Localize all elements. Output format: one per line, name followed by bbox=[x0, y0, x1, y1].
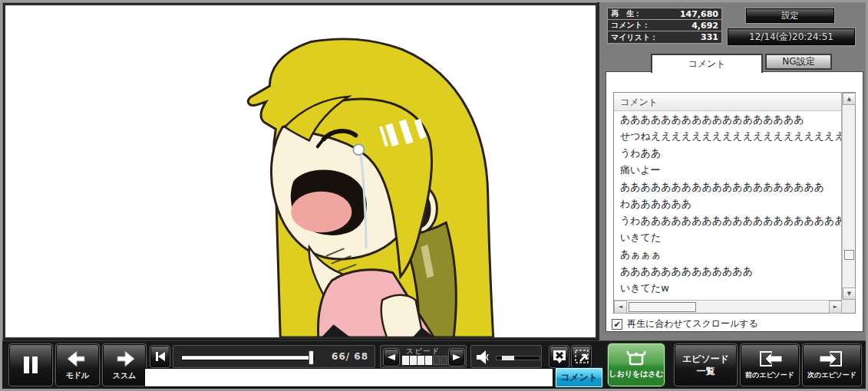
volume-track[interactable] bbox=[496, 356, 540, 360]
expand-icon bbox=[574, 349, 589, 364]
seek-bar[interactable]: 66/ 68 bbox=[173, 345, 375, 368]
episode-list-label-2: 一覧 bbox=[697, 366, 715, 376]
bookmark-button[interactable]: しおりをはさむ bbox=[607, 343, 665, 387]
seek-handle[interactable] bbox=[309, 350, 314, 365]
prev-episode-label: 前のエピソード bbox=[745, 370, 794, 380]
scroll-left-icon[interactable]: ◄ bbox=[614, 301, 627, 314]
comments-value: 4,692 bbox=[691, 21, 718, 31]
comment-row[interactable]: うわああ bbox=[614, 145, 841, 162]
scrollbar-corner bbox=[842, 300, 855, 313]
fullscreen-button[interactable] bbox=[571, 345, 592, 368]
player-window: 再 生： 147,680 コメント： 4,692 マイリスト： 331 設定 1… bbox=[0, 0, 868, 391]
stats-row-plays: 再 生： 147,680 bbox=[608, 8, 721, 20]
speed-up-icon bbox=[452, 353, 461, 361]
comment-row[interactable]: わああああああ bbox=[614, 196, 841, 212]
arrow-left-icon bbox=[66, 350, 89, 368]
scroll-down-icon[interactable]: ▼ bbox=[843, 288, 856, 300]
comment-off-icon bbox=[552, 349, 567, 364]
post-comment-button[interactable]: コメント bbox=[555, 367, 603, 388]
volume-control bbox=[470, 345, 542, 368]
anime-character-frame bbox=[5, 5, 596, 337]
step-back-label: モドル bbox=[66, 370, 90, 381]
comment-row[interactable]: いきてた bbox=[614, 229, 841, 246]
skip-start-icon bbox=[155, 352, 166, 361]
next-episode-button[interactable]: 次のエピソード bbox=[802, 343, 862, 386]
vertical-scroll-thumb[interactable] bbox=[844, 250, 854, 260]
prev-episode-icon bbox=[756, 350, 784, 369]
control-bar: モドル ススム 66/ 68 スピード bbox=[2, 340, 866, 389]
comment-row[interactable]: 痛いよー bbox=[614, 162, 841, 179]
prev-episode-button[interactable]: 前のエピソード bbox=[740, 343, 800, 386]
arrow-right-icon bbox=[113, 350, 136, 368]
mylist-value: 331 bbox=[701, 32, 718, 42]
bookmark-label: しおりをはさむ bbox=[609, 369, 664, 380]
autoscroll-label: 再生に合わせてスクロールする bbox=[627, 317, 758, 330]
comment-row[interactable]: うわああああああああああああああああああああああああ bbox=[614, 212, 841, 229]
autoscroll-checkbox[interactable]: ✔ bbox=[612, 319, 622, 330]
horizontal-scroll-thumb[interactable] bbox=[629, 302, 696, 312]
comment-panel: コメント ああああああああああああああああああ せつねえええええええええええええ… bbox=[606, 71, 863, 332]
pause-icon bbox=[21, 355, 41, 375]
tab-ng-settings[interactable]: NG設定 bbox=[765, 54, 832, 70]
comment-row[interactable]: せつねえええええええええええええええええええええええ bbox=[614, 128, 841, 145]
pause-button[interactable] bbox=[8, 343, 53, 386]
video-screen[interactable] bbox=[4, 4, 597, 339]
comment-row[interactable]: あああああああああああああ bbox=[614, 263, 841, 280]
plays-value: 147,680 bbox=[680, 9, 718, 19]
horizontal-scrollbar[interactable]: ◄ ► bbox=[614, 300, 842, 313]
mylist-label: マイリスト： bbox=[611, 32, 658, 43]
stats-row-comments: コメント： 4,692 bbox=[608, 20, 721, 31]
autoscroll-option: ✔ 再生に合わせてスクロールする bbox=[612, 317, 758, 330]
next-episode-icon bbox=[818, 350, 846, 369]
tab-comment[interactable]: コメント bbox=[651, 54, 763, 73]
frame-counter: 66/ 68 bbox=[332, 351, 368, 362]
stats-row-mylist: マイリスト： 331 bbox=[608, 31, 721, 43]
tear bbox=[353, 144, 364, 155]
command-input[interactable] bbox=[144, 368, 251, 387]
info-panel: 再 生： 147,680 コメント： 4,692 マイリスト： 331 設定 1… bbox=[597, 2, 866, 340]
seek-track[interactable] bbox=[181, 355, 315, 360]
comment-list: コメント ああああああああああああああああああ せつねえええええええええええええ… bbox=[613, 92, 856, 314]
plays-label: 再 生： bbox=[611, 8, 642, 19]
skip-to-start-button[interactable] bbox=[150, 345, 170, 368]
episode-list-label-1: エピソード bbox=[682, 353, 729, 364]
comments-label: コメント： bbox=[611, 20, 650, 31]
hide-comments-button[interactable] bbox=[549, 345, 569, 368]
step-forward-label: ススム bbox=[113, 370, 137, 381]
speed-down-button[interactable] bbox=[383, 348, 400, 366]
comment-row[interactable]: いきてたw bbox=[614, 280, 841, 297]
speaker-icon bbox=[476, 350, 493, 365]
volume-thumb[interactable] bbox=[502, 356, 514, 360]
scroll-up-icon[interactable]: ▲ bbox=[843, 93, 856, 105]
step-back-button[interactable]: モドル bbox=[55, 343, 100, 386]
episode-list-button[interactable]: エピソード 一覧 bbox=[674, 343, 738, 386]
speed-control: スピード bbox=[380, 345, 467, 368]
speed-down-icon bbox=[387, 353, 396, 361]
datetime-display: 12/14(金)20:24:51 bbox=[727, 28, 856, 46]
comment-row[interactable]: あぁぁぁ bbox=[614, 246, 841, 263]
stats-box: 再 生： 147,680 コメント： 4,692 マイリスト： 331 bbox=[607, 8, 722, 44]
mouth-inner bbox=[291, 192, 351, 233]
comment-list-header: コメント bbox=[614, 93, 841, 111]
tv-bookmark-icon bbox=[625, 350, 648, 367]
next-episode-label: 次のエピソード bbox=[807, 370, 856, 380]
vertical-scrollbar[interactable]: ▲ ▼ bbox=[842, 93, 855, 300]
comment-row[interactable]: ああああああああああああああああああああ bbox=[614, 179, 841, 196]
comment-row[interactable]: ああああああああああああああああああ bbox=[614, 111, 841, 128]
speed-up-button[interactable] bbox=[448, 348, 465, 366]
scroll-right-icon[interactable]: ► bbox=[829, 301, 842, 314]
step-forward-button[interactable]: ススム bbox=[102, 343, 147, 386]
comment-input[interactable] bbox=[250, 368, 553, 387]
comment-list-body[interactable]: コメント ああああああああああああああああああ せつねえええええええええええええ… bbox=[614, 93, 842, 300]
settings-button[interactable]: 設定 bbox=[745, 8, 835, 24]
